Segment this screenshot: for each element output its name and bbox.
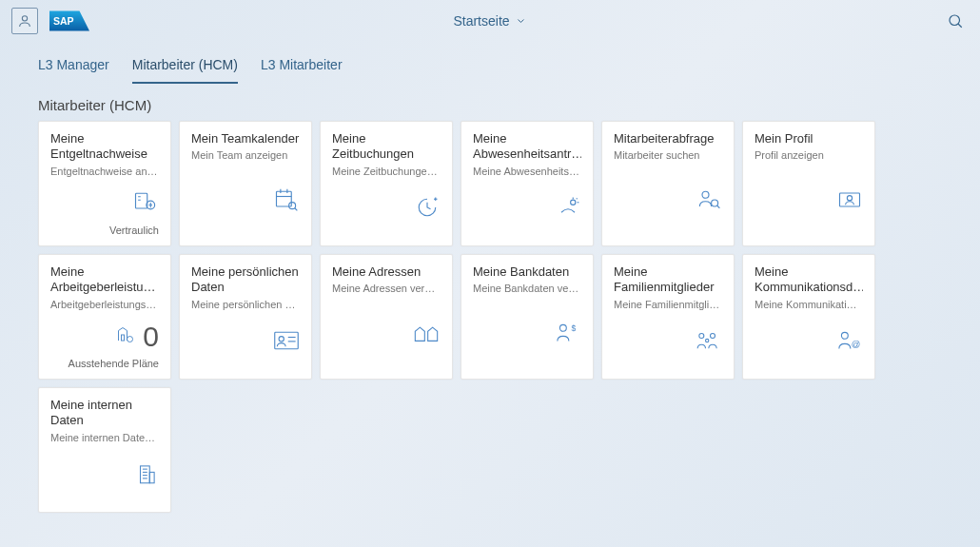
svg-point-14 bbox=[571, 201, 576, 205]
svg-rect-4 bbox=[136, 194, 147, 209]
svg-rect-37 bbox=[149, 473, 154, 483]
tile-footer: Ausstehende Pläne bbox=[50, 358, 159, 369]
tab-l3-manager[interactable]: L3 Manager bbox=[38, 57, 109, 84]
tile-adressen[interactable]: Meine Adressen Meine Adressen ver… bbox=[320, 254, 453, 380]
tile-title: Meine internen Daten bbox=[50, 398, 159, 429]
tile-title: Meine Zeitbuchungen bbox=[332, 131, 441, 163]
svg-line-3 bbox=[958, 24, 962, 28]
tile-mitarbeiterabfrage[interactable]: Mitarbeiterabfrage Mitarbeiter suchen bbox=[601, 121, 735, 246]
tab-l3-mitarbeiter[interactable]: L3 Mitarbeiter bbox=[261, 57, 343, 84]
tile-grid: Meine Entgeltnachweise Entgeltnachweise … bbox=[0, 121, 980, 513]
svg-point-31 bbox=[699, 334, 704, 339]
tile-entgeltnachweise[interactable]: Meine Entgeltnachweise Entgeltnachweise … bbox=[38, 121, 171, 246]
sap-logo: SAP bbox=[49, 10, 89, 31]
tile-number: 0 bbox=[143, 321, 159, 353]
svg-point-26 bbox=[279, 337, 284, 342]
tile-title: Meine Kommunikationsd… bbox=[755, 264, 863, 296]
app-header: SAP Startseite bbox=[0, 0, 980, 42]
houses-icon bbox=[412, 322, 441, 348]
page-title: Startseite bbox=[453, 13, 509, 29]
tile-subtitle: Entgeltnachweise an… bbox=[50, 165, 159, 178]
tile-subtitle: Meine internen Date… bbox=[50, 431, 159, 444]
tile-bankdaten[interactable]: Meine Bankdaten Meine Bankdaten ve… $ bbox=[461, 254, 594, 380]
tile-title: Meine Entgeltnachweise bbox=[50, 131, 159, 163]
section-title: Mitarbeiter (HCM) bbox=[0, 84, 980, 121]
sun-icon bbox=[555, 194, 581, 225]
tab-mitarbeiter-hcm[interactable]: Mitarbeiter (HCM) bbox=[132, 57, 238, 84]
svg-line-20 bbox=[717, 205, 720, 208]
tab-bar: L3 Manager Mitarbeiter (HCM) L3 Mitarbei… bbox=[0, 42, 980, 84]
user-menu-button[interactable] bbox=[11, 8, 38, 34]
tile-title: Meine Arbeitgeberleistu… bbox=[50, 264, 159, 296]
tile-title: Meine Adressen bbox=[332, 264, 441, 280]
svg-point-2 bbox=[950, 15, 960, 26]
user-icon bbox=[17, 13, 32, 29]
tile-abwesenheit[interactable]: Meine Abwesenheitsantr… Meine Abwesenhei… bbox=[461, 121, 594, 246]
svg-point-34 bbox=[841, 333, 848, 340]
svg-point-29 bbox=[559, 325, 566, 332]
tile-kommunikationsdaten[interactable]: Meine Kommunikationsd… Meine Kommunikati… bbox=[742, 254, 875, 380]
tile-title: Mein Profil bbox=[755, 131, 863, 147]
tile-subtitle: Meine Familienmitgli… bbox=[614, 298, 722, 311]
tile-arbeitgeberleistungen[interactable]: Meine Arbeitgeberleistu… Arbeitgeberleis… bbox=[38, 254, 171, 380]
svg-text:@: @ bbox=[852, 339, 861, 349]
tile-subtitle: Meine persönlichen … bbox=[191, 298, 300, 311]
tile-profil[interactable]: Mein Profil Profil anzeigen bbox=[742, 121, 875, 246]
tile-subtitle: Arbeitgeberleistungs… bbox=[50, 298, 159, 311]
person-email-icon: @ bbox=[836, 329, 863, 356]
tile-title: Meine persönlichen Daten bbox=[191, 264, 300, 296]
tile-subtitle: Mitarbeiter suchen bbox=[614, 148, 722, 162]
svg-point-19 bbox=[712, 200, 718, 206]
svg-rect-25 bbox=[275, 333, 299, 350]
payslip-icon bbox=[132, 188, 159, 219]
building-icon bbox=[134, 461, 159, 490]
tile-title: Mitarbeiterabfrage bbox=[614, 131, 722, 147]
svg-line-17 bbox=[577, 199, 578, 200]
tile-zeitbuchungen[interactable]: Meine Zeitbuchungen Meine Zeitbuchunge… bbox=[320, 121, 453, 246]
tile-interne-daten[interactable]: Meine internen Daten Meine internen Date… bbox=[38, 387, 171, 513]
calendar-search-icon bbox=[273, 186, 300, 217]
tile-subtitle: Meine Zeitbuchunge… bbox=[332, 165, 441, 178]
benefits-icon bbox=[114, 323, 137, 350]
chevron-down-icon bbox=[516, 15, 527, 27]
svg-line-11 bbox=[295, 208, 298, 211]
id-card-icon bbox=[273, 330, 300, 355]
svg-point-32 bbox=[711, 334, 715, 339]
tile-subtitle: Mein Team anzeigen bbox=[191, 148, 300, 162]
page-title-dropdown[interactable]: Startseite bbox=[453, 13, 526, 29]
tile-title: Meine Abwesenheitsantr… bbox=[473, 131, 581, 163]
tile-title: Meine Bankdaten bbox=[473, 264, 581, 280]
tile-teamkalender[interactable]: Mein Teamkalender Mein Team anzeigen bbox=[179, 121, 312, 246]
tile-subtitle: Profil anzeigen bbox=[755, 148, 863, 162]
tile-subtitle: Meine Kommunikati… bbox=[755, 298, 863, 311]
profile-card-icon bbox=[836, 186, 863, 217]
tile-title: Meine Familienmitglieder bbox=[614, 264, 722, 296]
tile-title: Mein Teamkalender bbox=[191, 131, 300, 147]
tile-familienmitglieder[interactable]: Meine Familienmitglieder Meine Familienm… bbox=[601, 254, 735, 380]
tile-persoenliche-daten[interactable]: Meine persönlichen Daten Meine persönlic… bbox=[179, 254, 312, 380]
family-icon bbox=[694, 329, 722, 356]
svg-point-33 bbox=[706, 340, 709, 342]
search-button[interactable] bbox=[942, 8, 969, 34]
svg-point-0 bbox=[22, 16, 27, 21]
clock-icon bbox=[414, 194, 441, 225]
person-search-icon bbox=[696, 186, 722, 217]
svg-point-24 bbox=[127, 337, 133, 342]
svg-rect-36 bbox=[141, 466, 150, 483]
svg-text:$: $ bbox=[571, 324, 576, 334]
tile-subtitle: Meine Bankdaten ve… bbox=[473, 282, 581, 295]
tile-subtitle: Meine Adressen ver… bbox=[332, 282, 441, 295]
search-icon bbox=[947, 12, 964, 29]
tile-footer: Vertraulich bbox=[50, 225, 159, 236]
svg-point-22 bbox=[847, 196, 852, 201]
svg-point-10 bbox=[289, 203, 296, 209]
svg-point-18 bbox=[702, 192, 709, 199]
svg-rect-23 bbox=[122, 335, 125, 341]
person-money-icon: $ bbox=[555, 322, 581, 348]
svg-text:SAP: SAP bbox=[53, 15, 74, 27]
tile-subtitle: Meine Abwesenheits… bbox=[473, 165, 581, 178]
